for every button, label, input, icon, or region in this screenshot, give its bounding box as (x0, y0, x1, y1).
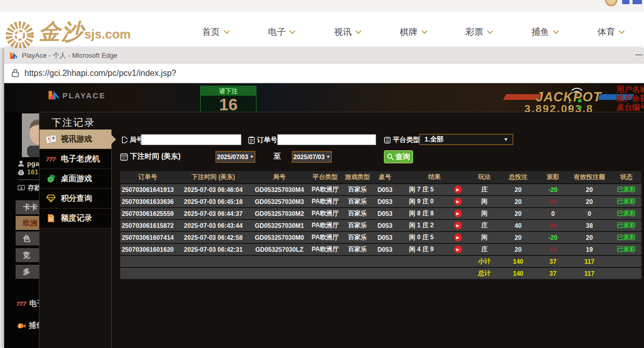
tab-live-games[interactable]: K 9 视讯游戏 (40, 130, 111, 149)
col-platform: 平台类型 (307, 171, 343, 184)
cell-valid: 20 (568, 231, 611, 243)
cell-play-type: 闲 (471, 231, 498, 243)
playace-logo: PLAYACE (48, 89, 106, 101)
play-video-button[interactable]: ▶ (454, 210, 462, 217)
col-round: 局号 (251, 171, 307, 184)
cell-result: 闲 4 庄 9 (398, 243, 445, 255)
cell-time: 2025-07-03 06:46:04 (175, 184, 251, 196)
username-label: 用户名称: (616, 85, 644, 94)
nav-label: 体育 (597, 26, 615, 38)
tab-points-query[interactable]: 积分查询 (40, 189, 111, 209)
cell-game: 百家乐 (343, 243, 372, 255)
chevron-down-icon (619, 30, 625, 34)
nav-item-fishing[interactable]: 捕鱼 (512, 26, 578, 38)
url-text[interactable]: https://gci.2hhapi.com/pc/pcv1/index.jsp… (24, 69, 176, 78)
cell-play-type: 庄 (471, 243, 498, 255)
cell-game: 百家乐 (343, 208, 372, 220)
chevron-down-icon (421, 30, 428, 34)
subtotal-valid: 117 (568, 255, 611, 267)
cell-platform: PA欧洲厅 (307, 243, 343, 255)
screen: 金沙 sjs.com 首页 电子 视讯 棋牌 彩票 (0, 0, 644, 348)
cell-total: 20 (498, 196, 538, 208)
grandtotal-row: 总计 140 37 117 (120, 267, 641, 279)
round-filter-label: 局号 (120, 135, 143, 145)
chip-icon (46, 174, 56, 184)
subtotal-label: 小计 (471, 255, 498, 267)
play-video-button[interactable]: ▶ (454, 234, 462, 241)
nav-item-board[interactable]: 棋牌 (381, 26, 447, 38)
cell-time: 2025-07-03 06:43:44 (175, 220, 251, 231)
order-number-input[interactable] (277, 134, 376, 145)
platform-type-select[interactable]: 1.全部 ▼ (419, 134, 513, 145)
svg-text:S: S (20, 171, 22, 174)
tab-table-games[interactable]: 桌面游戏 (40, 169, 111, 189)
subtotal-total: 140 (498, 255, 538, 267)
table-row: 250703061641913 2025-07-03 06:46:04 GD05… (120, 184, 641, 196)
user-info-labels: 用户名称: 账户余额: 桌台编号: (616, 85, 644, 111)
browser-urlbar[interactable]: https://gci.2hhapi.com/pc/pcv1/index.jsp… (4, 63, 644, 83)
tab-slot-machines[interactable]: 777 电子老虎机 (40, 149, 111, 169)
site-logo[interactable]: 金沙 sjs.com (1, 14, 131, 50)
col-game: 游戏类型 (343, 171, 372, 184)
search-button-label: 查询 (395, 152, 410, 162)
nav-item-slots[interactable]: 电子 (249, 26, 315, 38)
cell-order: 250703061601620 (120, 243, 175, 255)
nav-item-lottery[interactable]: 彩票 (446, 26, 512, 38)
subtotal-row: 小计 140 37 117 (120, 255, 641, 267)
cell-time: 2025-07-03 06:42:58 (175, 231, 251, 243)
cell-table-no: D053 (372, 231, 398, 243)
cell-total: 20 (498, 208, 538, 220)
play-video-button[interactable]: ▶ (454, 246, 462, 253)
date-from-select[interactable]: 2025/07/03 ▼ (215, 151, 255, 163)
play-video-button[interactable]: ▶ (454, 186, 462, 194)
nav-item-live[interactable]: 视讯 (315, 26, 381, 38)
nav-item-home[interactable]: 首页 (183, 26, 249, 38)
jackpot-label: JACKPOT (536, 89, 601, 105)
chevron-down-icon (553, 30, 559, 34)
person-icon (18, 160, 24, 167)
cell-round: GD053257030M2 (251, 208, 307, 220)
cell-valid: 20 (568, 184, 611, 196)
play-video-button[interactable]: ▶ (454, 222, 462, 229)
cell-play-type: 闲 (471, 208, 498, 220)
search-button[interactable]: 查询 (384, 150, 413, 163)
minimize-button[interactable]: — (633, 50, 644, 61)
date-to-select[interactable]: 2025/07/03 ▼ (292, 151, 332, 163)
cell-total: 20 (498, 184, 538, 196)
cell-result: 闲 7 庄 5 (398, 184, 445, 196)
bet-countdown-box: 请下注 16 (200, 86, 256, 112)
cell-platform: PA欧洲厅 (307, 196, 343, 208)
tab-quota-records[interactable]: 额度记录 (40, 209, 111, 228)
round-number-input[interactable] (141, 134, 241, 145)
cell-total: 20 (498, 231, 538, 243)
cell-time: 2025-07-03 06:42:31 (175, 243, 251, 255)
document-icon (46, 214, 56, 223)
cell-payout: 19 (538, 243, 568, 255)
balance-label: 账户余额: (616, 94, 644, 102)
dropdown-arrow-icon: ▼ (504, 137, 508, 142)
cell-table-no: D053 (372, 220, 398, 231)
browser-titlebar[interactable]: PlayAce - 个人 - Microsoft Edge — (4, 48, 644, 63)
money-bag-icon: S (18, 169, 24, 176)
cell-payout: 38 (538, 220, 568, 231)
platform-filter-label: 平台类型 (383, 135, 420, 145)
cell-valid: 38 (568, 220, 611, 231)
clipboard-icon (248, 136, 255, 144)
cell-game: 百家乐 (343, 220, 372, 231)
status-badge: 已派彩 (611, 196, 641, 208)
cell-order: 250703061633636 (120, 196, 175, 208)
cell-valid: 20 (568, 196, 611, 208)
nav-label: 首页 (202, 26, 220, 38)
cell-result: 闲 1 庄 2 (398, 220, 445, 231)
play-video-button[interactable]: ▶ (454, 198, 462, 205)
chevron-down-icon (224, 30, 230, 34)
filter-bar: 局号 订单号 (120, 133, 641, 167)
playace-page: PLAYACE 请下注 16 JACKPOT 3,892,093.8 1 (4, 83, 644, 348)
cell-round: GD053257030M4 (251, 184, 307, 196)
table-row: 250703061615872 2025-07-03 06:43:44 GD05… (120, 220, 641, 231)
cell-table-no: D053 (372, 184, 398, 196)
magnifier-icon (387, 153, 394, 160)
deposit-link[interactable]: $ 存款 (18, 183, 41, 192)
cell-play-video: ▶ (445, 231, 471, 243)
nav-item-sports[interactable]: 体育 (578, 26, 644, 38)
